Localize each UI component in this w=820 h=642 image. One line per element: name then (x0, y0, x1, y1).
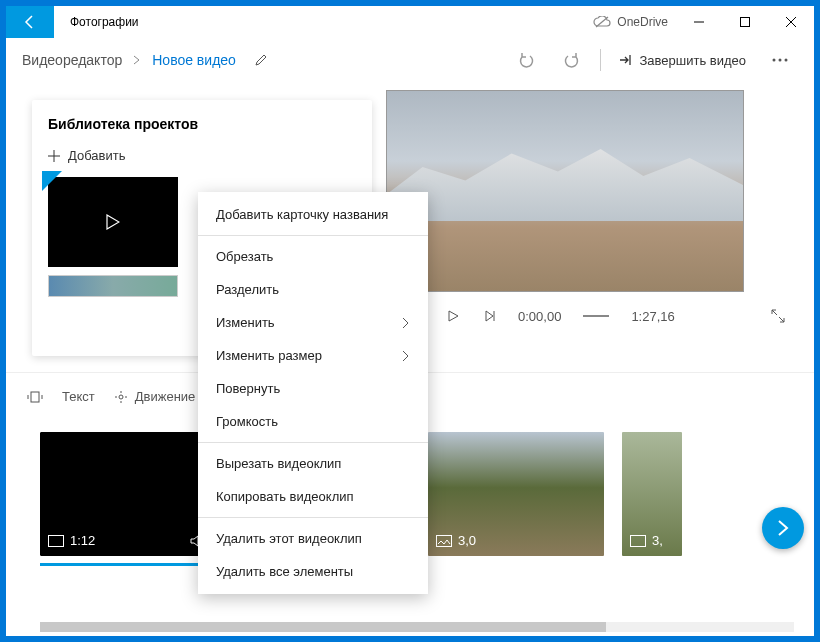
ctx-delete-all[interactable]: Удалить все элементы (198, 555, 428, 588)
app-window: Фотографии OneDrive Видеоредактор Новое … (6, 6, 814, 636)
ctx-copy-clip[interactable]: Копировать видеоклип (198, 480, 428, 513)
storyboard-clip[interactable]: 1:12 (40, 432, 216, 556)
export-icon (617, 52, 633, 68)
text-button[interactable]: Текст (62, 389, 95, 404)
playback-controls: 0:00,00 1:27,16 (386, 308, 786, 324)
ctx-rotate[interactable]: Повернуть (198, 372, 428, 405)
svg-point-7 (119, 395, 123, 399)
svg-rect-6 (31, 392, 39, 402)
svg-rect-15 (631, 535, 646, 546)
breadcrumb-current[interactable]: Новое видео (152, 52, 236, 68)
library-filmstrip[interactable] (48, 275, 178, 297)
edit-title-button[interactable] (254, 53, 268, 67)
svg-rect-2 (741, 18, 750, 27)
video-icon (48, 535, 64, 547)
ctx-edit[interactable]: Изменить (198, 306, 428, 339)
svg-point-4 (779, 59, 782, 62)
minimize-button[interactable] (676, 6, 722, 38)
place-button[interactable] (26, 390, 44, 404)
image-icon (630, 535, 646, 547)
time-current: 0:00,00 (518, 309, 561, 324)
fullscreen-button[interactable] (770, 308, 786, 324)
redo-button[interactable] (554, 42, 590, 78)
onedrive-status[interactable]: OneDrive (593, 15, 668, 29)
preview-panel: 0:00,00 1:27,16 (386, 82, 814, 372)
chevron-right-icon (402, 350, 410, 362)
maximize-button[interactable] (722, 6, 768, 38)
library-title: Библиотека проектов (48, 116, 356, 132)
time-slider[interactable] (583, 315, 609, 317)
breadcrumb-root[interactable]: Видеоредактор (22, 52, 122, 68)
ctx-trim[interactable]: Обрезать (198, 240, 428, 273)
pencil-icon (254, 53, 268, 67)
app-title: Фотографии (70, 15, 139, 29)
chevron-right-icon (132, 55, 142, 65)
video-preview[interactable] (386, 90, 744, 292)
main-toolbar: Видеоредактор Новое видео Завершить виде… (6, 38, 814, 82)
storyboard-clip[interactable]: 3,0 (428, 432, 604, 556)
ctx-resize[interactable]: Изменить размер (198, 339, 428, 372)
storyboard-clip[interactable]: 3, (622, 432, 682, 556)
next-frame-button[interactable] (482, 309, 496, 323)
finish-video-button[interactable]: Завершить видео (611, 52, 752, 68)
motion-button[interactable]: Движение (113, 389, 196, 405)
ctx-split[interactable]: Разделить (198, 273, 428, 306)
image-icon (436, 535, 452, 547)
plus-icon (48, 150, 60, 162)
play-button[interactable] (446, 309, 460, 323)
play-icon (106, 214, 120, 230)
ctx-cut-clip[interactable]: Вырезать видеоклип (198, 447, 428, 480)
svg-rect-14 (437, 535, 452, 546)
ctx-volume[interactable]: Громкость (198, 405, 428, 438)
library-thumbnail[interactable] (48, 177, 178, 267)
breadcrumb: Видеоредактор Новое видео (22, 52, 268, 68)
svg-point-3 (773, 59, 776, 62)
svg-rect-12 (49, 535, 64, 546)
chevron-right-icon (776, 519, 790, 537)
time-total: 1:27,16 (631, 309, 674, 324)
motion-icon (113, 389, 129, 405)
storyboard-scrollbar[interactable] (40, 622, 794, 632)
undo-button[interactable] (508, 42, 544, 78)
ctx-delete-clip[interactable]: Удалить этот видеоклип (198, 522, 428, 555)
chevron-right-icon (402, 317, 410, 329)
cloud-icon (593, 16, 611, 28)
context-menu: Добавить карточку названия Обрезать Разд… (198, 192, 428, 594)
scroll-next-button[interactable] (762, 507, 804, 549)
add-media-button[interactable]: Добавить (48, 148, 356, 163)
close-button[interactable] (768, 6, 814, 38)
back-button[interactable] (6, 6, 54, 38)
ctx-add-title-card[interactable]: Добавить карточку названия (198, 198, 428, 231)
svg-point-5 (785, 59, 788, 62)
titlebar: Фотографии OneDrive (6, 6, 814, 38)
more-button[interactable] (762, 42, 798, 78)
